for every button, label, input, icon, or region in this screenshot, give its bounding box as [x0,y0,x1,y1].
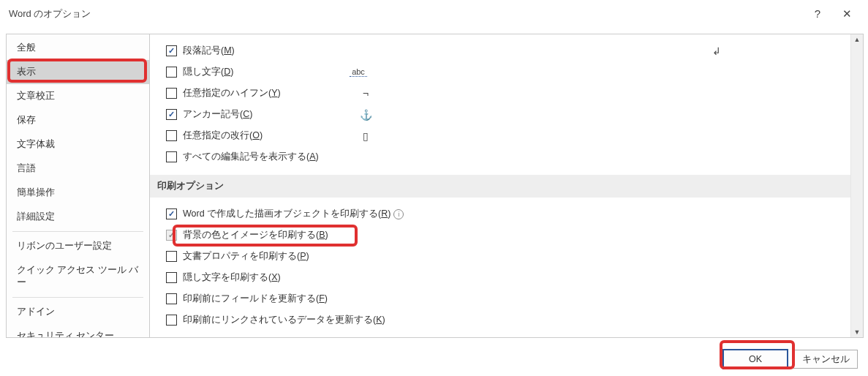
checkbox[interactable] [166,109,177,120]
option-symbol-icon: abc [350,67,367,77]
checkbox[interactable] [166,208,177,219]
sidebar: 全般 表示 文章校正 保存 文字体裁 言語 簡単操作 詳細設定 リボンのユーザー… [6,34,149,338]
option-symbol-icon: ¬ [344,88,388,99]
checkbox[interactable] [166,272,177,283]
option-label: アンカー記号(C) [183,108,344,121]
option-label: 隠し文字(D) [183,66,344,78]
option-label: 任意指定のハイフン(Y) [183,87,344,99]
checkbox[interactable] [166,45,177,56]
option-label: 印刷前にフィールドを更新する(F) [183,293,328,305]
option-row: Word で作成した描画オブジェクトを印刷する(R)i [166,203,843,225]
option-row: 印刷前にフィールドを更新する(F) [166,288,843,309]
checkbox[interactable] [166,251,177,262]
option-label: 印刷前にリンクされているデータを更新する(K) [183,314,385,326]
sidebar-item-quickaccess[interactable]: クイック アクセス ツール バー [7,258,149,295]
option-label: Word で作成した描画オブジェクトを印刷する(R) [183,208,390,220]
option-row: 隠し文字を印刷する(X) [166,267,843,288]
checkbox[interactable] [166,315,177,326]
close-icon[interactable]: ✕ [842,7,852,20]
info-icon[interactable]: i [393,209,404,219]
checkbox[interactable] [166,130,177,141]
scroll-down-icon[interactable]: ▼ [854,327,861,337]
sidebar-item-ribbon[interactable]: リボンのユーザー設定 [7,234,149,258]
cancel-button[interactable]: キャンセル [793,350,858,369]
option-label: 任意指定の改行(O) [183,129,344,142]
sidebar-item-typography[interactable]: 文字体裁 [7,132,149,157]
option-row: 文書プロパティを印刷する(P) [166,246,843,267]
help-icon[interactable]: ? [815,7,820,20]
checkbox[interactable] [166,230,177,241]
title-bar: Word のオプション ? ✕ [0,0,868,28]
sidebar-item-general[interactable]: 全般 [7,36,149,60]
sidebar-item-security[interactable]: セキュリティ センター [7,324,149,338]
checkbox[interactable] [166,293,177,304]
sidebar-item-language[interactable]: 言語 [7,157,149,181]
option-row: 段落記号(M)↲ [166,40,843,61]
option-label: 隠し文字を印刷する(X) [183,271,281,284]
sidebar-item-addins[interactable]: アドイン [7,300,149,324]
sidebar-item-proofing[interactable]: 文章校正 [7,84,149,108]
option-label: 段落記号(M) [183,45,344,57]
scrollbar[interactable]: ▲ ▼ [850,34,863,337]
option-label: すべての編集記号を表示する(A) [183,151,344,163]
checkbox[interactable] [166,88,177,99]
option-label: 文書プロパティを印刷する(P) [183,250,309,263]
window-title: Word のオプション [9,7,815,20]
sidebar-item-advanced[interactable]: 詳細設定 [7,205,149,229]
ok-button[interactable]: OK [723,350,788,369]
scroll-up-icon[interactable]: ▲ [854,34,861,45]
option-row: 背景の色とイメージを印刷する(B) [166,225,843,246]
sidebar-item-display[interactable]: 表示 [7,60,149,84]
sidebar-item-save[interactable]: 保存 [7,108,149,132]
option-row: すべての編集記号を表示する(A) [166,146,843,168]
option-label: 背景の色とイメージを印刷する(B) [183,229,328,241]
option-symbol-icon: ↲ [695,45,739,57]
checkbox[interactable] [166,151,177,162]
section-print-heading: 印刷オプション [150,175,850,198]
option-row: 任意指定のハイフン(Y)¬ [166,83,843,104]
option-row: 印刷前にリンクされているデータを更新する(K) [166,309,843,331]
option-symbol-icon: ⚓ [344,109,388,121]
main-panel: 段落記号(M)↲隠し文字(D)abc任意指定のハイフン(Y)¬アンカー記号(C)… [149,34,864,338]
sidebar-item-ease[interactable]: 簡単操作 [7,181,149,205]
option-row: アンカー記号(C)⚓ [166,104,843,125]
checkbox[interactable] [166,67,177,78]
option-row: 隠し文字(D)abc [166,61,843,83]
option-symbol-icon: ▯ [344,130,388,142]
option-row: 任意指定の改行(O)▯ [166,125,843,146]
